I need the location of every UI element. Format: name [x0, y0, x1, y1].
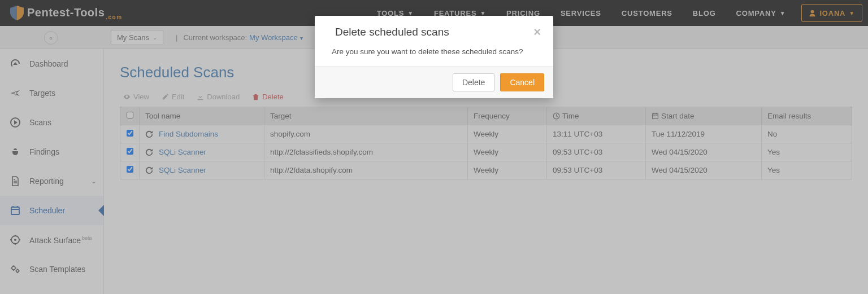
delete-button[interactable]: Delete [453, 73, 494, 91]
delete-confirm-modal: Delete scheduled scans × Are you sure yo… [315, 16, 553, 98]
cancel-button[interactable]: Cancel [500, 73, 544, 91]
modal-title: Delete scheduled scans [335, 26, 449, 38]
close-icon[interactable]: × [533, 26, 541, 38]
modal-body: Are you sure you want to delete these sc… [315, 47, 553, 66]
